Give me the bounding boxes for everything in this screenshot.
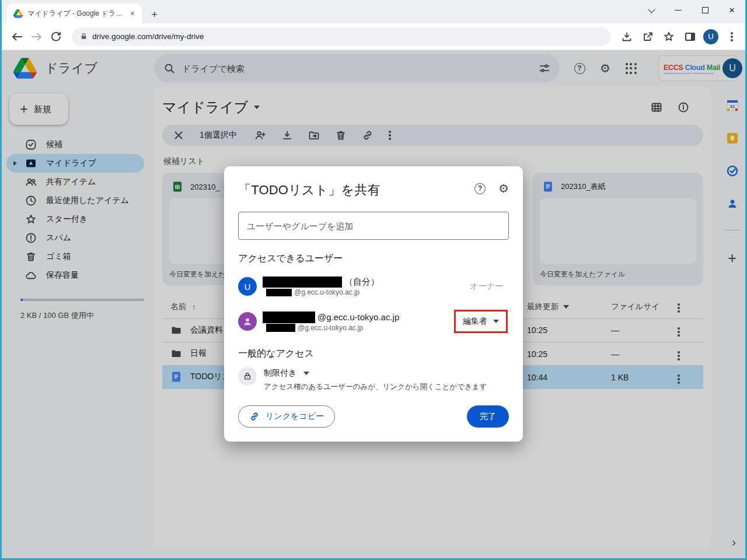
tab-search-icon[interactable] xyxy=(638,0,665,20)
done-button[interactable]: 完了 xyxy=(467,405,509,428)
tab-title: マイドライブ - Google ドライブ xyxy=(27,9,123,19)
download-page-icon[interactable] xyxy=(617,27,637,47)
window-minimize-button[interactable] xyxy=(665,0,692,20)
link-icon xyxy=(249,411,260,422)
chevron-down-icon xyxy=(303,372,309,375)
redacted-email xyxy=(266,289,292,296)
drive-app: ドライブ ? ⚙ ECCS Cl xyxy=(2,50,745,558)
screen: マイドライブ - Google ドライブ × + × drive.google.… xyxy=(0,0,747,560)
dialog-title: 「TODOリスト」を共有 xyxy=(238,181,381,199)
bookmark-star-icon[interactable] xyxy=(659,27,679,47)
dialog-settings-icon[interactable]: ⚙ xyxy=(498,183,509,194)
reload-icon[interactable] xyxy=(46,27,66,47)
share-icon[interactable] xyxy=(638,27,658,47)
person-row-owner: U （自分） @g.ecc.u-tokyo.ac.jp オーナー xyxy=(238,273,509,300)
dialog-help-icon[interactable]: ? xyxy=(474,183,486,194)
owner-role-label: オーナー xyxy=(470,281,509,292)
browser-tab[interactable]: マイドライブ - Google ドライブ × xyxy=(6,4,142,23)
tab-close-icon[interactable]: × xyxy=(128,9,137,18)
window-close-button[interactable]: × xyxy=(718,0,745,20)
address-bar[interactable]: drive.google.com/drive/my-drive xyxy=(72,27,611,46)
redacted-name xyxy=(263,312,315,323)
add-people-input[interactable] xyxy=(238,212,509,240)
general-access-description: アクセス権のあるユーザーのみが、リンクから開くことができます xyxy=(264,382,487,392)
owner-avatar: U xyxy=(238,277,257,296)
redacted-email xyxy=(266,324,295,332)
back-icon[interactable] xyxy=(6,27,26,47)
new-tab-button[interactable]: + xyxy=(151,9,158,20)
editor-role-dropdown-highlighted[interactable]: 編集者 xyxy=(454,310,508,333)
lock-icon xyxy=(80,33,88,40)
restricted-lock-icon xyxy=(238,367,257,386)
general-access-title: 一般的なアクセス xyxy=(238,348,509,360)
copy-link-button[interactable]: リンクをコピー xyxy=(238,405,335,428)
forward-icon[interactable] xyxy=(26,27,46,47)
window-maximize-button[interactable] xyxy=(692,0,718,20)
browser-profile-avatar[interactable]: U xyxy=(701,27,721,47)
editor-avatar xyxy=(238,312,257,331)
browser-menu-icon[interactable] xyxy=(722,27,742,47)
general-access-row: 制限付き アクセス権のあるユーザーのみが、リンクから開くことができます xyxy=(238,367,509,392)
window-controls: × xyxy=(638,0,745,20)
url-text: drive.google.com/drive/my-drive xyxy=(92,32,204,41)
drive-favicon xyxy=(13,9,23,18)
general-access-dropdown[interactable]: 制限付き xyxy=(264,367,487,379)
people-section-title: アクセスできるユーザー xyxy=(238,253,509,265)
redacted-name xyxy=(263,276,342,288)
share-dialog: 「TODOリスト」を共有 ? ⚙ アクセスできるユーザー U （自分） xyxy=(224,166,523,442)
chevron-down-icon xyxy=(493,320,499,323)
toolbar-right: U xyxy=(617,27,745,47)
browser-titlebar: マイドライブ - Google ドライブ × + × xyxy=(2,0,745,23)
side-panel-icon[interactable] xyxy=(680,27,700,47)
person-row-editor: @g.ecc.u-tokyo.ac.jp @g.ecc.u-tokyo.ac.j… xyxy=(238,308,509,335)
browser-toolbar: drive.google.com/drive/my-drive U xyxy=(2,23,745,50)
